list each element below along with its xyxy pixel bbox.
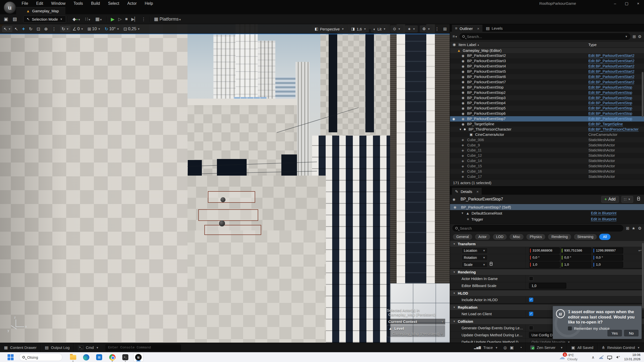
yes-button[interactable]: Yes bbox=[608, 330, 622, 336]
actor-type-link[interactable]: Edit BP_TargetSpline bbox=[588, 122, 623, 126]
select-tool-dropdown[interactable]: ↖▼ bbox=[2, 26, 12, 32]
actor-label[interactable]: BP_ParkourEventStart4 bbox=[467, 64, 506, 68]
component-row-self[interactable]: BP_ParkourEventStop7 (Self) bbox=[450, 204, 644, 210]
cmd-dropdown[interactable]: >_ Cmd▼ bbox=[74, 343, 103, 352]
outliner-row[interactable]: ▼ Cube_12 StaticMeshActor bbox=[450, 153, 644, 158]
move-tool-icon[interactable]: + bbox=[20, 26, 27, 32]
outliner-row[interactable]: ▼ BP_ParkourEventStart3 Edit BP_ParkourE… bbox=[450, 58, 644, 64]
view-mode-dropdown[interactable]: ◐ Lit▼ bbox=[371, 25, 389, 32]
outliner-settings-icon[interactable]: ⚙ bbox=[638, 34, 641, 39]
actor-type-link[interactable]: Edit BP_ParkourEventStop bbox=[588, 91, 632, 95]
actor-label[interactable]: BP_ParkourEventStart3 bbox=[467, 59, 506, 63]
actor-label[interactable]: Cube_006 bbox=[467, 138, 484, 142]
actor-label[interactable]: BP_ParkourEventStart7 bbox=[467, 80, 506, 84]
level-context-box[interactable]: ▲Level Gameplay_Map (Persistent) ▼ bbox=[387, 325, 445, 337]
camera-speed-dropdown[interactable]: ◨ 1,6▼ bbox=[349, 25, 369, 32]
viewport-settings-dropdown[interactable]: ⚙▼ bbox=[420, 25, 433, 32]
edge-icon[interactable] bbox=[81, 353, 91, 362]
menu-item[interactable]: Edit bbox=[33, 0, 47, 7]
actor-label[interactable]: BP_ParkourEventStop2 bbox=[467, 91, 506, 95]
x-value-field[interactable]: 0,0 ° bbox=[529, 255, 560, 261]
details-scrollbar[interactable] bbox=[642, 243, 644, 308]
component-row-scene-root[interactable]: ▼ ▲ DefaultSceneRoot Edit in Blueprint bbox=[450, 210, 644, 216]
expand-arrow-icon[interactable]: ▼ bbox=[459, 128, 463, 131]
outliner-row[interactable]: ▼ BP_TargetSpline Edit BP_TargetSpline bbox=[450, 122, 644, 127]
cinematics-icon[interactable]: ▦▼ bbox=[93, 16, 105, 22]
actor-type-link[interactable]: Edit BP_ParkourEventStart2 bbox=[588, 75, 634, 79]
output-log-button[interactable]: ▤ Output Log bbox=[41, 343, 73, 352]
blueprint-dropdown-button[interactable]: ∷▼ bbox=[621, 196, 633, 203]
actor-type-link[interactable]: Edit BP_ParkourEventStop bbox=[588, 101, 632, 105]
item-label-column[interactable]: Item Label bbox=[459, 43, 476, 47]
actor-label[interactable]: CineCameraActor bbox=[475, 133, 504, 137]
rotate-tool-icon[interactable]: ↻ bbox=[27, 26, 34, 32]
filter-chip[interactable]: All bbox=[599, 234, 611, 240]
level-value[interactable]: Gameplay_Map (Persistent) ▼ bbox=[389, 331, 443, 336]
menu-item[interactable]: Actor bbox=[124, 0, 140, 7]
terminal-icon[interactable]: >_ bbox=[120, 353, 130, 362]
actor-type-link[interactable]: StaticMeshActor bbox=[588, 159, 615, 163]
menu-item[interactable]: Window bbox=[48, 0, 69, 7]
zen-server-dropdown[interactable]: Zen Server▼ bbox=[526, 343, 567, 352]
actor-label[interactable]: BP_ParkourEventStart6 bbox=[467, 75, 506, 79]
world-space-icon[interactable]: ⊕ bbox=[42, 26, 50, 32]
unreal-engine-taskbar-icon[interactable]: u bbox=[133, 353, 143, 362]
outliner-row[interactable]: ▼ Cube_17 StaticMeshActor bbox=[450, 174, 644, 179]
filter-chip[interactable]: Misc bbox=[509, 234, 524, 240]
actor-label[interactable]: Cube_15 bbox=[467, 164, 482, 168]
checkbox-unchecked[interactable] bbox=[529, 326, 533, 330]
section-header-hlod[interactable]: ▼HLOD bbox=[450, 290, 644, 296]
tray-chevron-up-icon[interactable]: ∧ bbox=[592, 355, 595, 360]
onedrive-offline-icon[interactable]: ☁ bbox=[598, 354, 603, 360]
menu-item[interactable]: Tools bbox=[70, 0, 86, 7]
section-header-rendering[interactable]: ▼Rendering bbox=[450, 269, 644, 275]
actor-label[interactable]: Cube_12 bbox=[467, 153, 482, 157]
actor-label[interactable]: Cube_17 bbox=[467, 175, 482, 179]
no-button[interactable]: No bbox=[624, 330, 638, 336]
outliner-row[interactable]: ▼ BP_ParkourEventStop Edit BP_ParkourEve… bbox=[450, 85, 644, 90]
add-component-button[interactable]: + Add bbox=[601, 196, 619, 203]
actor-type-link[interactable]: StaticMeshActor bbox=[588, 153, 615, 157]
actor-type-link[interactable]: StaticMeshActor bbox=[588, 148, 615, 152]
outliner-row[interactable]: ▼ BP_ParkourEventStop5 Edit BP_ParkourEv… bbox=[450, 106, 644, 111]
grid-snap-dropdown[interactable]: ⊞ 10▼ bbox=[86, 26, 103, 32]
rotation-snap-dropdown[interactable]: ↻ 10°▼ bbox=[103, 26, 122, 32]
outliner-row[interactable]: ▼ BP_ParkourEventStart4 Edit BP_ParkourE… bbox=[450, 64, 644, 69]
lock-icon[interactable] bbox=[637, 198, 640, 200]
effects-dropdown[interactable]: ∗▼ bbox=[405, 25, 418, 32]
perspective-dropdown[interactable]: ◧ Perspective▼ bbox=[312, 25, 347, 32]
actor-type-link[interactable]: StaticMeshActor bbox=[588, 169, 615, 173]
outliner-row[interactable]: ▼ Cube_15 StaticMeshActor bbox=[450, 164, 644, 169]
actor-label[interactable]: BP_ParkourEventStop4 bbox=[467, 101, 506, 105]
angle-snap-dropdown[interactable]: ∠ 0▼ bbox=[70, 26, 86, 32]
menu-item[interactable]: Build bbox=[88, 0, 104, 7]
y-value-field[interactable]: 1,0 bbox=[561, 262, 591, 268]
outliner-row[interactable]: ▼ CineCameraActor CineCameraActor bbox=[450, 132, 644, 137]
favorites-icon[interactable]: ★ bbox=[632, 226, 635, 231]
actor-type-link[interactable]: Edit BP_ParkourEventStart2 bbox=[588, 80, 634, 84]
menu-item[interactable]: Select bbox=[104, 0, 123, 7]
filter-chip[interactable]: General bbox=[452, 234, 473, 240]
z-value-field[interactable]: 1,0 bbox=[593, 262, 623, 268]
z-value-field[interactable]: 0,0 ° bbox=[593, 255, 623, 261]
unreal-engine-logo-icon[interactable]: u bbox=[4, 1, 16, 14]
outliner-row[interactable]: ▼ Cube_14 StaticMeshActor bbox=[450, 158, 644, 164]
actor-type-link[interactable]: Edit BP_ParkourEventStop bbox=[588, 106, 632, 110]
checkbox-unchecked[interactable] bbox=[529, 276, 533, 281]
x-value-field[interactable]: 1,0 bbox=[529, 262, 560, 268]
scale-lock-icon[interactable] bbox=[490, 263, 493, 266]
checkbox-checked[interactable] bbox=[529, 312, 533, 316]
microsoft-store-icon[interactable]: ⊞ bbox=[94, 353, 104, 362]
actor-type-link[interactable]: Edit BP_ParkourEventStart2 bbox=[588, 59, 634, 63]
scale-tool-icon[interactable]: ⊡ bbox=[34, 26, 42, 32]
outliner-row[interactable]: ▼ BP_ParkourEventStop4 Edit BP_ParkourEv… bbox=[450, 100, 644, 106]
insights-icon[interactable]: ◎ bbox=[502, 343, 508, 352]
minimize-button[interactable]: – bbox=[609, 0, 621, 7]
outliner-row[interactable]: ▼ Cube_9 StaticMeshActor bbox=[450, 142, 644, 148]
frame-skip-button[interactable]: ▷ bbox=[117, 17, 123, 22]
screenshot-icon[interactable]: ▣ bbox=[508, 343, 515, 352]
remember-checkbox[interactable] bbox=[568, 327, 572, 330]
details-settings-icon[interactable]: ⚙ bbox=[638, 226, 641, 231]
current-context-bar[interactable]: Current Context ▼ bbox=[387, 319, 445, 325]
start-button[interactable] bbox=[8, 354, 14, 360]
